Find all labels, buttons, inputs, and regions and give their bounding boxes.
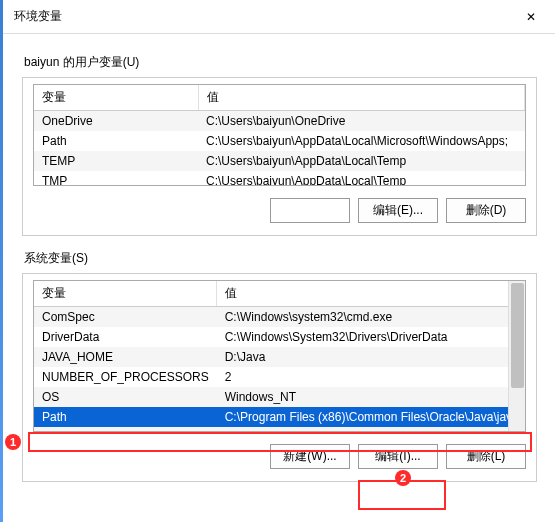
system-new-button[interactable]: 新建(W)... [270, 444, 350, 469]
cell-value: .COM;.EXE;.BAT;.CMD;.VBS;.VBE;.JS;.JSE;.… [217, 427, 525, 431]
table-row[interactable]: DriverDataC:\Windows\System32\Drivers\Dr… [34, 327, 525, 347]
table-row[interactable]: TEMPC:\Users\baiyun\AppData\Local\Temp [34, 151, 525, 171]
cell-value: 2 [217, 367, 525, 387]
window-left-accent [0, 0, 3, 522]
table-row[interactable]: OSWindows_NT [34, 387, 525, 407]
system-edit-button[interactable]: 编辑(I)... [358, 444, 438, 469]
user-vars-label: baiyun 的用户变量(U) [24, 54, 537, 71]
table-row[interactable]: OneDriveC:\Users\baiyun\OneDrive [34, 111, 525, 132]
titlebar: 环境变量 ✕ [0, 0, 555, 34]
sys-col-variable[interactable]: 变量 [34, 281, 217, 307]
cell-variable: DriverData [34, 327, 217, 347]
user-new-input[interactable] [270, 198, 350, 223]
cell-variable: ComSpec [34, 307, 217, 328]
user-vars-table-container: 变量 值 OneDriveC:\Users\baiyun\OneDrivePat… [33, 84, 526, 186]
system-vars-table[interactable]: 变量 值 ComSpecC:\Windows\system32\cmd.exeD… [34, 281, 525, 431]
sys-col-value[interactable]: 值 [217, 281, 525, 307]
table-row[interactable]: PathC:\Program Files (x86)\Common Files\… [34, 407, 525, 427]
window-title: 环境变量 [14, 8, 517, 25]
system-vars-table-container: 变量 值 ComSpecC:\Windows\system32\cmd.exeD… [33, 280, 526, 432]
table-row[interactable]: TMPC:\Users\baiyun\AppData\Local\Temp [34, 171, 525, 186]
cell-variable: PATHEXT [34, 427, 217, 431]
user-delete-button[interactable]: 删除(D) [446, 198, 526, 223]
cell-value: C:\Program Files (x86)\Common Files\Orac… [217, 407, 525, 427]
cell-value: C:\Windows\system32\cmd.exe [217, 307, 525, 328]
cell-value: C:\Users\baiyun\AppData\Local\Temp [198, 171, 525, 186]
cell-variable: OS [34, 387, 217, 407]
cell-variable: TEMP [34, 151, 198, 171]
user-col-variable[interactable]: 变量 [34, 85, 198, 111]
cell-variable: OneDrive [34, 111, 198, 132]
user-vars-table[interactable]: 变量 值 OneDriveC:\Users\baiyun\OneDrivePat… [34, 85, 525, 186]
system-vars-panel: 变量 值 ComSpecC:\Windows\system32\cmd.exeD… [22, 273, 537, 482]
system-vars-label: 系统变量(S) [24, 250, 537, 267]
cell-variable: JAVA_HOME [34, 347, 217, 367]
table-row[interactable]: PATHEXT.COM;.EXE;.BAT;.CMD;.VBS;.VBE;.JS… [34, 427, 525, 431]
cell-variable: Path [34, 131, 198, 151]
cell-value: C:\Users\baiyun\AppData\Local\Temp [198, 151, 525, 171]
user-vars-panel: 变量 值 OneDriveC:\Users\baiyun\OneDrivePat… [22, 77, 537, 236]
system-delete-button[interactable]: 删除(L) [446, 444, 526, 469]
cell-value: Windows_NT [217, 387, 525, 407]
table-row[interactable]: JAVA_HOMED:\Java [34, 347, 525, 367]
cell-value: C:\Users\baiyun\OneDrive [198, 111, 525, 132]
table-row[interactable]: ComSpecC:\Windows\system32\cmd.exe [34, 307, 525, 328]
cell-value: C:\Windows\System32\Drivers\DriverData [217, 327, 525, 347]
cell-variable: Path [34, 407, 217, 427]
cell-variable: TMP [34, 171, 198, 186]
system-vars-scrollbar[interactable] [508, 281, 525, 431]
cell-value: D:\Java [217, 347, 525, 367]
cell-value: C:\Users\baiyun\AppData\Local\Microsoft\… [198, 131, 525, 151]
close-icon[interactable]: ✕ [517, 7, 545, 27]
table-row[interactable]: NUMBER_OF_PROCESSORS2 [34, 367, 525, 387]
user-col-value[interactable]: 值 [198, 85, 525, 111]
table-row[interactable]: PathC:\Users\baiyun\AppData\Local\Micros… [34, 131, 525, 151]
user-edit-button[interactable]: 编辑(E)... [358, 198, 438, 223]
cell-variable: NUMBER_OF_PROCESSORS [34, 367, 217, 387]
scrollbar-thumb[interactable] [511, 283, 524, 388]
